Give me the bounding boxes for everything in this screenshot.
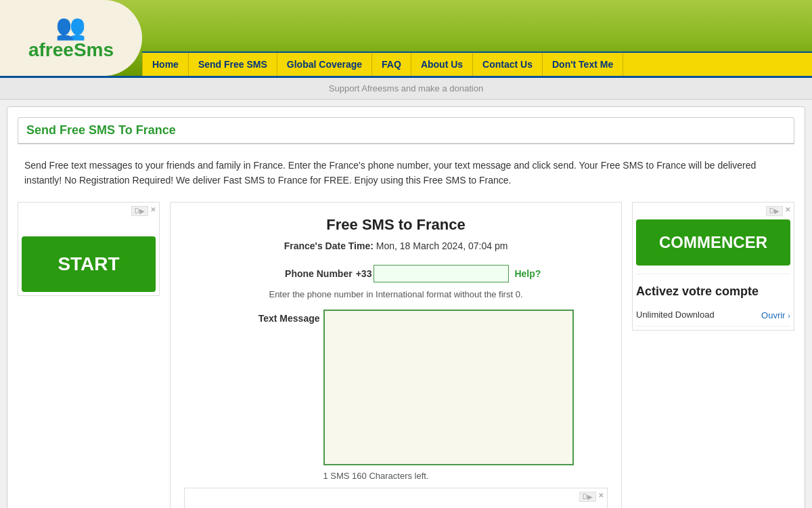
logo-icon: 👥 [55, 15, 86, 39]
nav-item-contact-us[interactable]: Contact Us [473, 53, 543, 76]
message-row: Text Message 1 SMS 160 Characters left. [184, 310, 608, 481]
nav-area: Home Send Free SMS Global Coverage FAQ A… [142, 0, 812, 76]
main-content: Send Free SMS To France Send Free text m… [7, 106, 805, 508]
logo-name: afreeSms [28, 39, 114, 61]
phone-row: Phone Number +33 Help? [184, 265, 608, 282]
donation-bar: Support Afreesms and make a donation [0, 78, 812, 100]
right-ad-section-title: Activez votre compte [636, 284, 790, 299]
left-ad-box: D▶ ✕ START [18, 202, 160, 296]
datetime-value: Mon, 18 March 2024, 07:04 pm [376, 240, 508, 251]
right-ad-arrow-icon: › [788, 312, 790, 320]
content-layout: D▶ ✕ START Free SMS to France France's D… [18, 202, 794, 508]
logo: 👥 afreeSms [28, 15, 114, 61]
phone-label: Phone Number [251, 265, 353, 279]
text-message-input[interactable] [323, 310, 574, 465]
phone-hint: Enter the phone number in International … [184, 289, 608, 299]
form-area: Free SMS to France France's Date Time: M… [170, 202, 622, 508]
section-title: Send Free SMS To France [18, 117, 794, 144]
left-ad-close[interactable]: ✕ [150, 206, 156, 216]
donation-text: Support Afreesms and make a donation [329, 83, 483, 93]
left-ad-label: D▶ [131, 206, 148, 216]
datetime-line: France's Date Time: Mon, 18 March 2024, … [184, 240, 608, 251]
phone-prefix: +33 [356, 265, 372, 279]
nav-item-home[interactable]: Home [142, 53, 189, 76]
nav-item-about-us[interactable]: About Us [411, 53, 473, 76]
nav-bar: Home Send Free SMS Global Coverage FAQ A… [142, 51, 812, 76]
logo-area: 👥 afreeSms [0, 0, 142, 76]
right-ad-box: D▶ ✕ COMMENCER Activez votre compte Unli… [632, 202, 794, 331]
bottom-ad-bar: D▶ ✕ [184, 488, 608, 508]
nav-item-faq[interactable]: FAQ [372, 53, 411, 76]
right-ad-row-label: Unlimited Download [636, 310, 715, 320]
description-text: Send Free text messages to your friends … [18, 154, 794, 202]
nav-item-send-free-sms[interactable]: Send Free SMS [189, 53, 277, 76]
right-ad-ouvrir-link[interactable]: Ouvrir [761, 310, 785, 320]
right-ad-label-bar: D▶ ✕ [636, 206, 790, 216]
bottom-ad-close[interactable]: ✕ [598, 492, 604, 502]
right-ad-label: D▶ [766, 206, 783, 216]
text-message-label: Text Message [219, 310, 320, 324]
left-ad-start-button[interactable]: START [22, 236, 156, 292]
logo-a: a [28, 39, 39, 60]
sms-counter: 1 SMS 160 Characters left. [323, 471, 574, 481]
right-sidebar: D▶ ✕ COMMENCER Activez votre compte Unli… [632, 202, 794, 508]
right-ad-close[interactable]: ✕ [785, 206, 790, 216]
nav-item-dont-text-me[interactable]: Don't Text Me [543, 53, 623, 76]
left-ad-label-bar: D▶ ✕ [22, 206, 156, 216]
phone-input[interactable] [374, 265, 509, 282]
bottom-ad-label-bar: D▶ ✕ [188, 492, 604, 502]
help-link[interactable]: Help? [514, 265, 541, 279]
left-sidebar: D▶ ✕ START [18, 202, 160, 508]
center-content: Free SMS to France France's Date Time: M… [170, 202, 622, 508]
bottom-ad-box: D▶ ✕ [184, 488, 608, 508]
bottom-ad-label: D▶ [579, 492, 596, 502]
message-field-wrapper: 1 SMS 160 Characters left. [323, 310, 574, 481]
right-ad-commencer-button[interactable]: COMMENCER [636, 219, 790, 266]
nav-item-global-coverage[interactable]: Global Coverage [277, 53, 372, 76]
logo-sms: Sms [74, 39, 114, 60]
right-ad-unlimited-row: Unlimited Download Ouvrir › [636, 304, 790, 326]
logo-free: free [39, 39, 74, 60]
right-ad-row-link-wrapper: Ouvrir › [761, 310, 790, 320]
datetime-label: France's Date Time: [284, 240, 374, 251]
header: 👥 afreeSms Home Send Free SMS Global Cov… [0, 0, 812, 78]
form-title: Free SMS to France [184, 216, 608, 234]
